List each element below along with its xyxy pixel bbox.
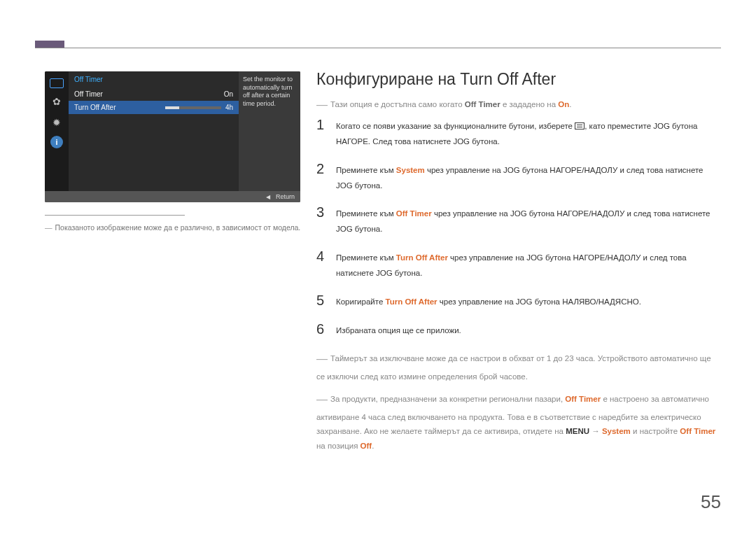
precondition-note: ―Тази опция е достъпна само когато Off T… [316,99,721,111]
osd-row-value: 4h [225,104,233,111]
osd-slider [165,106,221,109]
back-icon: ◀ [266,194,270,200]
osd-title: Off Timer [69,71,239,87]
osd-menu: Off Timer Off Timer On Turn Off After 4h [69,71,239,191]
osd-screenshot: i Off Timer Off Timer On Turn Off After [45,71,300,202]
endnote-2: ―За продукти, предназначени за конкретни… [316,390,721,454]
disclaimer-text: Показаното изображение може да е различн… [55,223,301,232]
header-accent [35,41,64,48]
endnotes: ―Таймерът за изключване може да се настр… [316,349,721,453]
step-5: 5 Коригирайте Turn Off After чрез управл… [316,293,721,310]
osd-row-offtimer: Off Timer On [69,87,239,101]
header-rule [35,48,721,48]
step-3: 3 Преминете към Off Timer чрез управлени… [316,204,721,237]
endnote-1: ―Таймерът за изключване може да се настр… [316,349,721,384]
osd-row-turnoffafter: Turn Off After 4h [69,101,239,114]
section-heading: Конфигуриране на Turn Off After [316,70,721,89]
osd-row-value: On [224,90,233,98]
page-number: 55 [701,491,721,513]
settings-icon [49,115,64,130]
left-divider [45,215,185,216]
left-column: i Off Timer Off Timer On Turn Off After [45,71,304,234]
brightness-icon [49,94,64,109]
image-disclaimer: ―Показаното изображение може да е различ… [45,223,304,234]
manual-page: i Off Timer Off Timer On Turn Off After [0,0,756,534]
menu-icon [575,122,584,129]
osd-footer: ◀Return [45,191,300,202]
info-icon: i [50,136,63,148]
monitor-icon [50,78,64,88]
osd-return-label: Return [276,193,295,200]
osd-row-label: Off Timer [74,90,103,98]
step-2: 2 Преминете към System чрез управление н… [316,161,721,194]
step-4: 4 Преминете към Turn Off After чрез упра… [316,248,721,281]
osd-sidebar: i [45,71,69,191]
step-1: 1 Когато се появи указание за функционал… [316,117,721,150]
osd-row-label: Turn Off After [74,104,115,111]
step-6: 6 Избраната опция ще се приложи. [316,321,721,339]
steps-list: 1 Когато се появи указание за функционал… [316,117,721,338]
right-column: Конфигуриране на Turn Off After ―Тази оп… [316,70,721,459]
osd-description: Set the monitor to automatically turn of… [239,71,300,191]
